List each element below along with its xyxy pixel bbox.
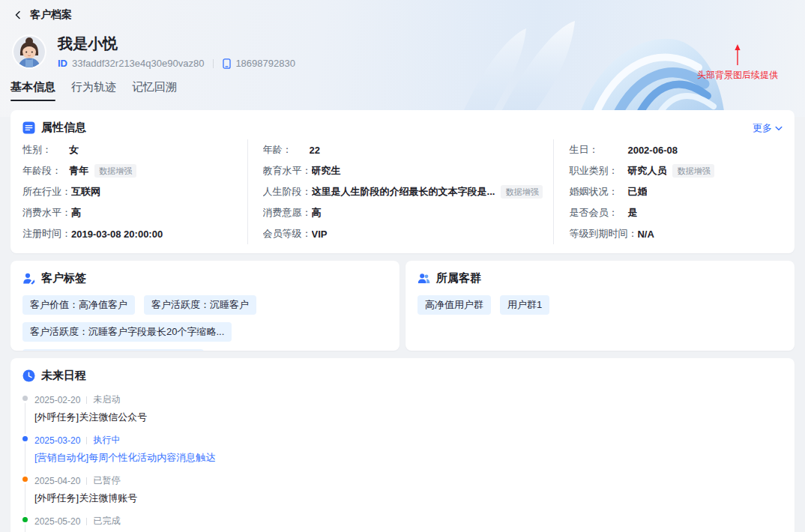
- divider: [213, 59, 214, 68]
- attribute-row: 注册时间：2019-03-08 20:00:00: [22, 223, 237, 244]
- customer-tag-chip: 客户活跃度：沉睡客户字段最长20个字: [22, 349, 204, 351]
- attribute-row: 年龄：22: [263, 139, 543, 160]
- attribute-grid: 性别：女年龄段：青年数据增强所在行业：互联网消费水平：高注册时间：2019-03…: [22, 139, 783, 244]
- attribute-row: 所在行业：互联网: [22, 181, 237, 202]
- attribute-label: 年龄段：: [22, 164, 69, 178]
- list-icon: [22, 121, 35, 134]
- meta-divider: [86, 477, 87, 485]
- attribute-row: 婚姻状况：已婚: [569, 181, 772, 202]
- meta-divider: [86, 518, 87, 525]
- profile-text: 我是小悦 ID 33faddf32r213e4q30e90vaz80 18698…: [58, 34, 295, 69]
- chevron-left-icon: [13, 10, 22, 19]
- users-icon: [417, 272, 430, 285]
- tab-basic-info[interactable]: 基本信息: [10, 80, 55, 101]
- card-header: 所属客群: [417, 271, 783, 285]
- attribute-label: 注册时间：: [22, 227, 71, 241]
- attribute-row: 年龄段：青年数据增强: [22, 160, 237, 181]
- attribute-value: 研究人员: [627, 164, 666, 178]
- attribute-value: 女: [69, 143, 79, 157]
- back-button[interactable]: [13, 10, 22, 19]
- schedule-task: [外呼任务]关注微信公众号: [34, 411, 783, 424]
- more-button[interactable]: 更多: [753, 121, 783, 135]
- user-tag-icon: [22, 272, 35, 285]
- attribute-value: 高: [312, 206, 322, 220]
- attribute-column: 性别：女年龄段：青年数据增强所在行业：互联网消费水平：高注册时间：2019-03…: [22, 139, 247, 244]
- schedule-item: 2025-04-20已暂停[外呼任务]关注微博账号: [22, 474, 783, 505]
- card-header: 未来日程: [22, 369, 783, 383]
- schedule-date: 2025-03-20: [34, 435, 80, 446]
- attribute-info-card: 属性信息 更多 性别：女年龄段：青年数据增强所在行业：互联网消费水平：高注册时间…: [10, 110, 795, 253]
- card-title: 所属客群: [436, 271, 481, 285]
- schedule-status: 已完成: [93, 515, 120, 528]
- more-label: 更多: [753, 121, 772, 135]
- attribute-row: 消费水平：高: [22, 202, 237, 223]
- attribute-column: 生日：2002-06-08职业类别：研究人员数据增强婚姻状况：已婚是否会员：是等…: [553, 139, 783, 244]
- schedule-item-meta: 2025-05-20已完成: [34, 515, 783, 528]
- tab-memory-recall[interactable]: 记忆回溯: [132, 80, 177, 101]
- attribute-value: 2002-06-08: [627, 145, 678, 156]
- girl-avatar-image: [13, 36, 45, 67]
- attribute-label: 消费意愿：: [263, 206, 312, 220]
- attribute-label: 等级到期时间：: [569, 227, 637, 241]
- schedule-item: 2025-05-20已完成[外呼任务]每周个性化活动关注: [22, 515, 783, 532]
- customer-phone: 18698792830: [235, 58, 295, 69]
- attribute-row: 会员等级：VIP: [263, 223, 543, 244]
- clock-icon: [22, 369, 35, 382]
- schedule-date: 2025-04-20: [34, 476, 80, 486]
- tags-groups-row: 客户标签 客户价值：高净值客户客户活跃度：沉睡客户客户活跃度：沉睡客户字段最长2…: [10, 261, 795, 351]
- attribute-label: 所在行业：: [22, 185, 71, 199]
- profile-header: 我是小悦 ID 33faddf32r213e4q30e90vaz80 18698…: [0, 22, 805, 69]
- customer-groups-card: 所属客群 高净值用户群用户群1: [405, 261, 795, 351]
- status-dot-icon: [22, 477, 28, 482]
- schedule-date: 2025-02-20: [34, 395, 80, 405]
- status-dot-icon: [22, 396, 28, 401]
- schedule-status: 已暂停: [93, 474, 120, 487]
- attribute-value: 是: [627, 206, 637, 220]
- customer-groups-list: 高净值用户群用户群1: [417, 295, 783, 315]
- customer-group-chip: 用户群1: [500, 295, 549, 315]
- schedule-item-meta: 2025-04-20已暂停: [34, 474, 783, 487]
- attribute-row: 是否会员：是: [569, 202, 772, 223]
- attribute-value: 22: [310, 145, 320, 156]
- attribute-row: 生日：2002-06-08: [569, 139, 772, 160]
- tab-bar: 基本信息 行为轨迹 记忆回溯: [0, 80, 805, 101]
- attribute-label: 性别：: [22, 143, 69, 157]
- id-label: ID: [58, 58, 67, 69]
- customer-name: 我是小悦: [58, 34, 295, 52]
- attribute-value: 2019-03-08 20:00:00: [71, 229, 163, 240]
- attribute-label: 人生阶段：: [263, 185, 312, 199]
- customer-id: 33faddf32r213e4q30e90vaz80: [72, 58, 204, 69]
- attribute-value: N/A: [637, 229, 654, 240]
- attribute-value: 已婚: [627, 185, 647, 199]
- attribute-value: 高: [71, 206, 81, 220]
- schedule-status: 未启动: [93, 393, 120, 406]
- attribute-value: 互联网: [71, 185, 100, 199]
- attribute-label: 职业类别：: [569, 164, 627, 178]
- card-title: 属性信息: [41, 121, 86, 135]
- customer-tag-chip: 客户活跃度：沉睡客户字段最长20个字缩略...: [22, 322, 232, 342]
- avatar: [13, 36, 45, 67]
- attribute-value: 这里是人生阶段的介绍最长的文本字段是...: [312, 185, 495, 199]
- data-enhanced-badge: 数据增强: [501, 185, 543, 199]
- schedule-timeline: 2025-02-20未启动[外呼任务]关注微信公众号2025-03-20执行中[…: [22, 393, 783, 532]
- attribute-label: 会员等级：: [263, 227, 312, 241]
- chevron-down-icon: [775, 126, 783, 131]
- attribute-label: 消费水平：: [22, 206, 71, 220]
- tab-behavior-track[interactable]: 行为轨迹: [71, 80, 116, 101]
- meta-divider: [86, 396, 87, 404]
- customer-group-chip: 高净值用户群: [417, 295, 491, 315]
- schedule-task: [外呼任务]关注微博账号: [34, 492, 783, 505]
- customer-tags-list: 客户价值：高净值客户客户活跃度：沉睡客户客户活跃度：沉睡客户字段最长20个字缩略…: [22, 295, 388, 351]
- schedule-item: 2025-03-20执行中[营销自动化]每周个性化活动内容消息触达: [22, 434, 783, 465]
- attribute-row: 性别：女: [22, 139, 237, 160]
- meta-divider: [86, 437, 87, 444]
- schedule-task: [营销自动化]每周个性化活动内容消息触达: [34, 451, 783, 465]
- status-dot-icon: [22, 517, 28, 522]
- attribute-row: 等级到期时间：N/A: [569, 223, 772, 244]
- attribute-label: 年龄：: [263, 143, 310, 157]
- card-header: 属性信息: [22, 121, 783, 135]
- customer-tags-card: 客户标签 客户价值：高净值客户客户活跃度：沉睡客户客户活跃度：沉睡客户字段最长2…: [10, 261, 400, 351]
- data-enhanced-badge: 数据增强: [672, 164, 714, 178]
- schedule-item: 2025-02-20未启动[外呼任务]关注微信公众号: [22, 393, 783, 424]
- attribute-label: 是否会员：: [569, 206, 627, 220]
